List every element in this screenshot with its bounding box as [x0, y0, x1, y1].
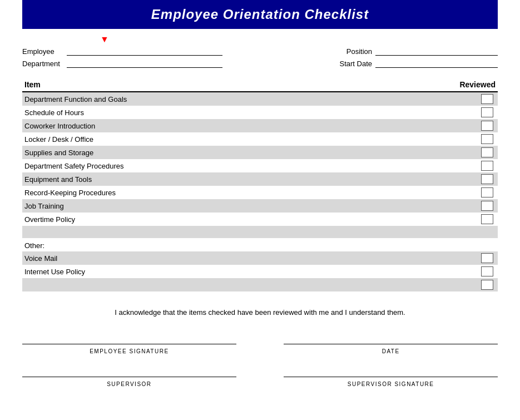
item-label: Supplies and Storage [24, 149, 481, 157]
supervisor-label: SUPERVISOR [107, 381, 151, 387]
checklist-row: Department Safety Procedures [22, 159, 498, 172]
item-label: Overtime Policy [24, 215, 481, 224]
other-item-label: Voice Mail [24, 254, 481, 263]
startdate-field: Start Date [339, 59, 498, 68]
checklist-row: Overtime Policy [22, 213, 498, 226]
checkbox-cell[interactable] [481, 201, 493, 211]
checklist-rows: Department Function and Goals Schedule o… [22, 92, 498, 226]
page-title: Employee Orientation Checklist [22, 7, 498, 22]
checkbox-cell[interactable] [481, 161, 493, 171]
position-input[interactable] [375, 47, 498, 56]
other-checklist-row: Voice Mail [22, 251, 498, 265]
department-row: Department Start Date [22, 59, 498, 68]
checkbox-cell[interactable] [481, 107, 493, 117]
date-sig-line[interactable] [284, 333, 498, 344]
col-item-header: Item [24, 80, 41, 89]
supervisor-line[interactable] [22, 366, 236, 377]
supervisor-sig-block: SUPERVISOR SIGNATURE [284, 366, 498, 388]
position-label: Position [346, 47, 372, 56]
start-date-label: Start Date [339, 60, 372, 68]
checkbox-cell[interactable] [481, 174, 493, 184]
final-checkbox[interactable] [481, 280, 493, 290]
other-rows: Voice Mail Internet Use Policy [22, 251, 498, 278]
item-label: Department Function and Goals [24, 95, 481, 103]
sig-row-2: SUPERVISOR SUPERVISOR SIGNATURE [22, 366, 498, 388]
item-label: Schedule of Hours [24, 108, 481, 117]
checklist-row: Supplies and Storage [22, 146, 498, 159]
employee-label: Employee [22, 47, 67, 56]
checklist-row: Equipment and Tools [22, 172, 498, 186]
checkbox-cell[interactable] [481, 187, 493, 197]
checkbox-cell[interactable] [481, 94, 493, 104]
checkbox-cell[interactable] [481, 121, 493, 131]
red-marker: ▼ [100, 34, 498, 45]
header-bar: Employee Orientation Checklist [22, 0, 498, 29]
col-reviewed-header: Reviewed [459, 80, 496, 89]
start-date-input[interactable] [375, 59, 498, 68]
supervisor-sig-label: SUPERVISOR SIGNATURE [348, 381, 434, 387]
sig-row-1: EMPLOYEE SIGNATURE DATE [22, 333, 498, 355]
date-sig-block: DATE [284, 333, 498, 355]
acknowledgement-text: I acknowledge that the items checked hav… [115, 308, 405, 317]
checkbox-cell[interactable] [481, 134, 493, 144]
checklist-row: Department Function and Goals [22, 92, 498, 106]
employee-sig-block: EMPLOYEE SIGNATURE [22, 333, 236, 355]
page: Employee Orientation Checklist ▼ Employe… [0, 0, 520, 420]
checkbox-cell[interactable] [481, 147, 493, 157]
item-label: Equipment and Tools [24, 175, 481, 184]
date-label: DATE [382, 348, 400, 354]
other-item-label: Internet Use Policy [24, 268, 481, 276]
other-checkbox-cell[interactable] [481, 266, 493, 276]
position-field: Position [346, 47, 498, 56]
department-input[interactable] [67, 59, 222, 68]
other-label-row: Other: [22, 238, 498, 251]
item-label: Record-Keeping Procedures [24, 189, 481, 197]
checklist-section: Item Reviewed Department Function and Go… [22, 78, 498, 291]
employee-input[interactable] [67, 47, 222, 56]
employee-sig-line[interactable] [22, 333, 236, 344]
employee-sig-label: EMPLOYEE SIGNATURE [90, 348, 169, 354]
employee-row: Employee Position [22, 47, 498, 56]
supervisor-sig-line[interactable] [284, 366, 498, 377]
item-label: Locker / Desk / Office [24, 135, 481, 144]
form-fields: Employee Position Department Start Date [22, 47, 498, 68]
checklist-row: Record-Keeping Procedures [22, 186, 498, 199]
other-label: Other: [24, 241, 44, 250]
item-label: Job Training [24, 202, 481, 210]
other-checkbox-cell[interactable] [481, 253, 493, 263]
blank-row-1 [22, 226, 498, 238]
item-label: Department Safety Procedures [24, 162, 481, 170]
supervisor-block: SUPERVISOR [22, 366, 236, 388]
other-checklist-row: Internet Use Policy [22, 265, 498, 278]
acknowledgement: I acknowledge that the items checked hav… [22, 308, 498, 317]
checklist-row: Job Training [22, 199, 498, 213]
item-label: Coworker Introduction [24, 122, 481, 130]
checklist-row: Locker / Desk / Office [22, 132, 498, 146]
checklist-row: Schedule of Hours [22, 106, 498, 119]
checklist-row: Coworker Introduction [22, 119, 498, 132]
checkbox-cell[interactable] [481, 214, 493, 224]
final-blank-row [22, 278, 498, 291]
checklist-header: Item Reviewed [22, 78, 498, 92]
department-label: Department [22, 60, 67, 68]
